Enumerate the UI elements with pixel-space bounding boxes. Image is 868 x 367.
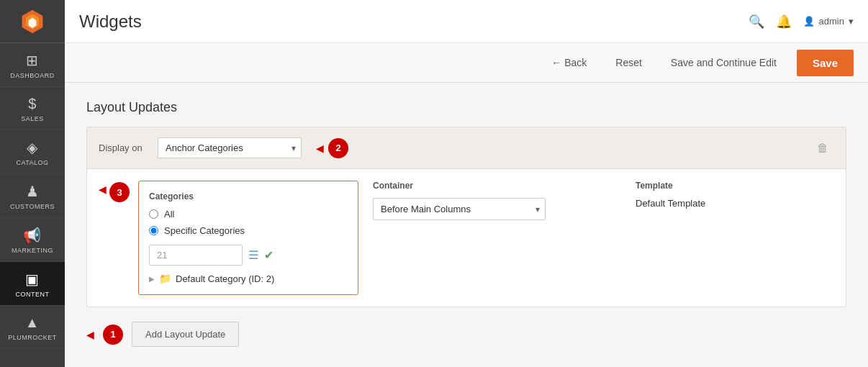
section-title: Layout Updates: [86, 100, 846, 115]
radio-specific[interactable]: Specific Categories: [149, 225, 348, 236]
customers-icon: ♟: [26, 183, 40, 200]
sidebar-item-plumrocket[interactable]: ▲ PLUMROCKET: [0, 306, 65, 349]
container-select[interactable]: Before Main Columns After Main Columns M…: [373, 198, 546, 220]
container-section: Container Before Main Columns After Main…: [373, 181, 621, 295]
user-menu[interactable]: 👤 admin ▾: [803, 16, 854, 27]
step2-badge: 2: [328, 138, 348, 158]
delete-layout-button[interactable]: 🗑: [811, 139, 834, 158]
category-tree-item[interactable]: ▶ 📁 Default Category (ID: 2): [149, 273, 348, 284]
sidebar-item-marketing[interactable]: 📢 MARKETING: [0, 218, 65, 262]
user-icon: 👤: [803, 16, 815, 27]
container-select-wrapper: Before Main Columns After Main Columns M…: [373, 198, 546, 220]
container-label: Container: [373, 181, 621, 191]
display-on-select[interactable]: Anchor Categories Non-Anchor Categories …: [158, 137, 302, 158]
save-continue-button[interactable]: Save and Continue Edit: [662, 51, 785, 74]
sidebar-item-dashboard[interactable]: ⊞ DASHBOARD: [0, 43, 65, 87]
sidebar-item-catalog[interactable]: ◈ CATALOG: [0, 130, 65, 174]
catalog-icon: ◈: [27, 139, 38, 156]
topbar: Widgets 🔍 🔔 👤 admin ▾: [65, 0, 868, 43]
template-label: Template: [636, 181, 834, 191]
category-input-row: ☰ ✔: [149, 245, 348, 266]
display-on-select-wrapper: Anchor Categories Non-Anchor Categories …: [158, 137, 302, 158]
sidebar-item-customers[interactable]: ♟ CUSTOMERS: [0, 174, 65, 218]
sidebar-item-label: CONTENT: [16, 291, 50, 298]
radio-all[interactable]: All: [149, 209, 348, 219]
add-layout-row: ◀ 1 Add Layout Update: [86, 322, 846, 347]
content-area: Layout Updates Display on Anchor Categor…: [65, 83, 868, 367]
radio-specific-label: Specific Categories: [164, 225, 245, 236]
radio-specific-input[interactable]: [149, 226, 158, 235]
categories-label: Categories: [149, 191, 348, 201]
sidebar-item-sales[interactable]: $ SALES: [0, 87, 65, 130]
sidebar-item-label: PLUMROCKET: [8, 334, 57, 341]
plumrocket-icon: ▲: [25, 314, 40, 331]
search-icon[interactable]: 🔍: [749, 14, 764, 30]
sidebar-item-label: CATALOG: [16, 159, 48, 166]
display-on-row: Display on Anchor Categories Non-Anchor …: [87, 127, 846, 169]
step1-badge: 1: [103, 325, 123, 345]
chevron-down-icon: ▾: [849, 16, 854, 27]
category-check-icon[interactable]: ✔: [264, 248, 273, 262]
sidebar-item-label: DASHBOARD: [10, 72, 55, 79]
layout-update-card: Display on Anchor Categories Non-Anchor …: [86, 127, 846, 307]
step3-area: ◀ 3: [99, 181, 130, 295]
category-tree-label: Default Category (ID: 2): [176, 273, 274, 284]
reset-button[interactable]: Reset: [607, 51, 651, 74]
add-layout-button[interactable]: Add Layout Update: [132, 322, 239, 347]
bell-icon[interactable]: 🔔: [776, 14, 792, 30]
sidebar-item-content[interactable]: ▣ CONTENT: [0, 262, 65, 306]
sidebar-logo: [0, 0, 65, 43]
sidebar-item-label: MARKETING: [12, 247, 53, 254]
template-value: Default Template: [636, 198, 834, 209]
sales-icon: $: [28, 96, 37, 112]
magento-logo-icon: [19, 9, 45, 35]
back-button[interactable]: ← Back: [543, 51, 595, 74]
step3-arrow: ◀: [99, 184, 107, 195]
display-on-label: Display on: [99, 142, 149, 153]
main-area: Widgets 🔍 🔔 👤 admin ▾ ← Back Reset Save …: [65, 0, 868, 367]
marketing-icon: 📢: [23, 227, 42, 244]
content-icon: ▣: [25, 271, 40, 288]
dashboard-icon: ⊞: [26, 52, 39, 69]
save-button[interactable]: Save: [797, 50, 854, 76]
radio-group-categories: All Specific Categories: [149, 209, 348, 236]
category-list-icon[interactable]: ☰: [248, 248, 258, 262]
radio-all-label: All: [164, 209, 174, 219]
page-title: Widgets: [79, 12, 749, 32]
sidebar: ⊞ DASHBOARD $ SALES ◈ CATALOG ♟ CUSTOMER…: [0, 0, 65, 367]
actionbar: ← Back Reset Save and Continue Edit Save: [65, 43, 868, 83]
categories-box: Categories All Specific Categories: [138, 181, 358, 295]
sidebar-item-label: CUSTOMERS: [10, 203, 55, 210]
template-section: Template Default Template: [636, 181, 834, 295]
tree-expand-icon: ▶: [149, 275, 155, 283]
folder-icon: 📁: [159, 273, 171, 284]
step1-arrow: ◀: [86, 329, 94, 340]
user-label: admin: [819, 16, 844, 27]
fields-area: ◀ 3 Categories All Specific Categories: [87, 169, 846, 307]
sidebar-item-label: SALES: [21, 115, 44, 122]
topbar-icons: 🔍 🔔: [749, 14, 792, 30]
step3-badge: 3: [109, 182, 130, 202]
step2-arrow: ◀: [316, 142, 324, 154]
category-id-input[interactable]: [149, 245, 243, 266]
radio-all-input[interactable]: [149, 209, 158, 219]
